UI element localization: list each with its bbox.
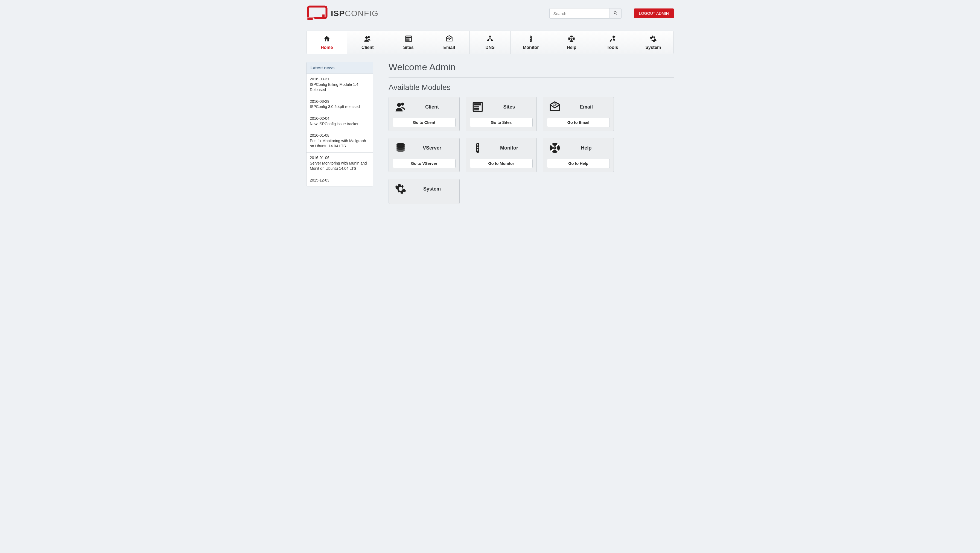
system-icon [394,183,407,195]
news-date: 2016-01-06 [310,155,370,161]
module-card-help: HelpGo to Help [543,138,614,172]
tab-label: Tools [593,45,632,50]
module-title: VServer [409,145,455,151]
go-to-help-button[interactable]: Go to Help [547,159,610,168]
tab-label: Client [348,45,387,50]
header: ISPCONFIG LOGOUT ADMIN [306,5,674,21]
module-card-vserver: VServerGo to VServer [388,138,460,172]
system-icon [634,34,672,43]
news-item[interactable]: 2016-01-06Server Monitoring with Munin a… [307,153,373,175]
logo[interactable]: ISPCONFIG [306,5,379,21]
vserver-icon [394,142,407,154]
tab-label: Monitor [512,45,550,50]
email-icon [430,34,468,43]
sites-icon [389,34,427,43]
go-to-email-button[interactable]: Go to Email [547,118,610,127]
news-title: ISPConfig Billing Module 1.4 Released [310,82,358,92]
module-title: Sites [485,104,533,110]
go-to-monitor-button[interactable]: Go to Monitor [470,159,533,168]
monitor-icon [512,34,550,43]
sites-icon [471,101,485,113]
news-date: 2016-03-31 [310,76,370,82]
home-icon [308,34,346,43]
go-to-client-button[interactable]: Go to Client [393,118,455,127]
tab-email[interactable]: Email [429,31,470,54]
news-date: 2015-12-03 [310,178,370,183]
modules-heading: Available Modules [388,83,674,92]
news-item[interactable]: 2016-03-29ISPConfig 3.0.5.4p9 released [307,96,373,113]
go-to-vserver-button[interactable]: Go to VServer [393,159,455,168]
tab-help[interactable]: Help [551,31,592,54]
news-title: Server Monitoring with Munin and Monit o… [310,161,367,171]
monitor-icon [471,142,485,154]
news-item[interactable]: 2015-12-03 [307,175,373,186]
module-card-system: System [388,179,460,204]
module-title: Client [409,104,455,110]
search-group [549,8,622,19]
logout-button[interactable]: LOGOUT ADMIN [634,8,674,18]
news-header: Latest news [307,62,373,74]
news-item[interactable]: 2016-03-31ISPConfig Billing Module 1.4 R… [307,74,373,96]
tab-label: Sites [389,45,427,50]
help-icon [548,142,562,154]
tab-system[interactable]: System [633,31,673,54]
svg-rect-31 [322,14,325,17]
module-card-client: ClientGo to Client [388,97,460,131]
tab-monitor[interactable]: Monitor [511,31,551,54]
client-icon [394,101,407,113]
tab-dns[interactable]: DNS [470,31,511,54]
client-icon [348,34,387,43]
go-to-sites-button[interactable]: Go to Sites [470,118,533,127]
tab-home[interactable]: Home [307,31,347,54]
email-icon [548,101,562,113]
module-title: System [409,186,455,192]
tools-icon [593,34,632,43]
news-title: New ISPConfig issue tracker [310,122,358,126]
logo-mark-icon [306,5,328,21]
news-item[interactable]: 2016-01-08Postfix Monitoring with Mailgr… [307,130,373,153]
main-nav: HomeClientSitesEmailDNSMonitorHelpToolsS… [306,30,674,54]
news-title: ISPConfig 3.0.5.4p9 released [310,105,360,109]
svg-rect-30 [307,18,313,20]
logo-text: ISPCONFIG [331,9,379,18]
tab-tools[interactable]: Tools [592,31,633,54]
news-date: 2016-02-04 [310,116,370,121]
module-title: Help [563,145,610,151]
help-icon [552,34,590,43]
news-date: 2016-03-29 [310,99,370,105]
module-title: Email [563,104,610,110]
news-date: 2016-01-08 [310,133,370,138]
module-card-sites: SitesGo to Sites [466,97,537,131]
news-item[interactable]: 2016-02-04New ISPConfig issue tracker [307,113,373,130]
module-card-monitor: MonitorGo to Monitor [466,138,537,172]
search-icon [613,11,618,16]
tab-label: DNS [471,45,509,50]
tab-label: Email [430,45,468,50]
tab-sites[interactable]: Sites [388,31,429,54]
module-card-email: EmailGo to Email [543,97,614,131]
divider [388,77,674,78]
tab-label: Help [552,45,590,50]
tab-label: System [634,45,672,50]
dns-icon [471,34,509,43]
tab-label: Home [308,45,346,50]
page-title: Welcome Admin [388,62,674,72]
search-button[interactable] [609,8,622,19]
module-title: Monitor [485,145,533,151]
search-input[interactable] [549,8,609,19]
main-area: Welcome Admin Available Modules ClientGo… [388,62,674,204]
module-grid: ClientGo to ClientSitesGo to SitesEmailG… [388,97,674,204]
news-title: Postfix Monitoring with Mailgraph on Ubu… [310,138,366,148]
news-panel: Latest news 2016-03-31ISPConfig Billing … [306,62,373,186]
tab-client[interactable]: Client [347,31,388,54]
